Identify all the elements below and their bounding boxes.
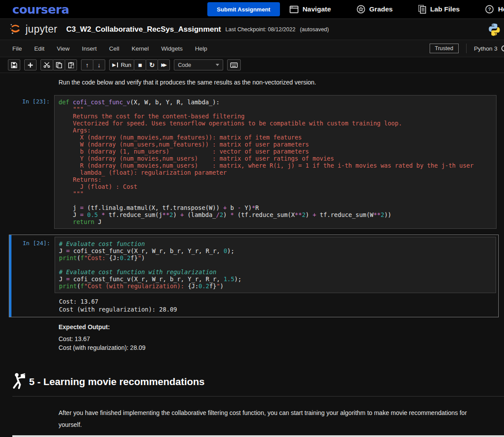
code-line: lambda_ (float): regularization paramete… (59, 169, 492, 176)
cut-cell-icon (44, 62, 50, 68)
notebook-toolbar: ↑ ↓ ▶ Run ■ ↻ ▶▶ Code (0, 57, 504, 73)
keyboard-icon (230, 62, 238, 68)
menu-divider (466, 44, 467, 53)
menu-widgets[interactable]: Widgets (161, 45, 183, 52)
nav-item-lab-files[interactable]: Lab Files (418, 5, 460, 14)
code-line (59, 197, 492, 204)
code-line: b (ndarray (1, num_users) : vector of us… (59, 148, 492, 155)
code-line: # Evaluate cost function (59, 240, 492, 247)
paste-cell-icon (68, 62, 74, 68)
autosave-status: (autosaved) (300, 26, 329, 33)
menu-insert[interactable]: Insert (82, 45, 97, 52)
nav-item-grades[interactable]: Grades (357, 5, 393, 14)
nav-item-navigate[interactable]: Navigate (290, 5, 331, 13)
python-logo-icon (487, 22, 501, 38)
add-cell-button[interactable] (24, 59, 37, 70)
notebook-title[interactable]: C3_W2_Collaborative_RecSys_Assignment (66, 25, 221, 34)
navigate-window-icon (290, 6, 298, 13)
menu-kernel[interactable]: Kernel (132, 45, 149, 52)
help-icon: ? (485, 5, 494, 14)
stop-icon: ■ (138, 61, 142, 69)
cut-cell-button[interactable] (40, 59, 53, 70)
code-line: W (ndarray (num_users,num_features)) : m… (59, 141, 492, 148)
move-cell-down-button[interactable]: ↓ (93, 59, 105, 70)
expected-output-block: Expected Output: Cost: 13.67 Cost (with … (59, 323, 504, 352)
restart-run-all-button[interactable]: ▶▶ (158, 59, 170, 70)
restart-kernel-button[interactable]: ↻ (146, 59, 158, 70)
code-cell-23[interactable]: In [23]: def cofi_cost_func_v(X, W, b, Y… (0, 95, 504, 229)
move-cell-up-button[interactable]: ↑ (81, 59, 93, 70)
run-icon: ▶ (112, 62, 116, 68)
code-line: J (float) : Cost (59, 183, 492, 190)
clapperboard-person-icon (12, 372, 26, 392)
stop-button[interactable]: ■ (134, 59, 146, 70)
notebook-menu-bar: File Edit View Insert Cell Kernel Widget… (0, 40, 504, 57)
code-line: print(f"Cost: {J:0.2f}") (59, 254, 492, 261)
trusted-badge[interactable]: Trusted (430, 44, 459, 53)
code-editor-23[interactable]: def cofi_cost_func_v(X, W, b, Y, R, lamb… (54, 95, 497, 229)
code-line: """ (59, 190, 492, 197)
lab-files-icon (418, 5, 426, 14)
code-line: J = 0.5 * tf.reduce_sum(j**2) + (lambda_… (59, 211, 492, 218)
restart-run-all-icon: ▶▶ (161, 62, 166, 68)
submit-assignment-button[interactable]: Submit Assignment (207, 2, 280, 16)
selected-cell-indicator (9, 235, 11, 317)
code-line: Args: (59, 127, 492, 134)
menu-file[interactable]: File (12, 45, 22, 52)
code-line: print(f"Cost (with regularization): {J:0… (59, 283, 492, 290)
copy-cell-icon (56, 62, 62, 68)
code-line: return J (59, 218, 492, 225)
next-cell-edge (12, 435, 504, 437)
code-line: Vectorized for speed. Uses tensorflow op… (59, 120, 492, 127)
code-line: Y (ndarray (num_movies,num_users) : matr… (59, 155, 492, 162)
restart-kernel-icon: ↻ (149, 61, 155, 69)
coursera-logo[interactable]: coursera (12, 3, 69, 16)
paste-cell-button[interactable] (65, 59, 77, 70)
svg-text:?: ? (488, 7, 491, 12)
move-cell-up-icon: ↑ (86, 62, 89, 69)
code-editor-24[interactable]: # Evaluate cost functionJ = cofi_cost_fu… (55, 237, 496, 293)
nav-label: Help (498, 5, 504, 13)
code-line: """ (59, 106, 492, 113)
kernel-idle-circle-icon (501, 45, 504, 51)
save-icon (11, 62, 17, 68)
coursera-top-bar: coursera Submit Assignment Navigate Grad… (0, 0, 504, 18)
nav-label: Grades (369, 5, 393, 13)
menu-edit[interactable]: Edit (34, 45, 44, 52)
toolbar-group-move: ↑ ↓ (81, 59, 105, 70)
menu-bar-right: Trusted Python 3 (430, 44, 504, 53)
code-line: X (ndarray (num_movies,num_features)): m… (59, 134, 492, 141)
paragraph-line: After you have finished implementing the… (59, 407, 504, 419)
jupyter-wordmark: jupyter (26, 23, 58, 35)
run-button[interactable]: ▶ Run (109, 59, 134, 70)
menu-help[interactable]: Help (195, 45, 207, 52)
nav-label: Navigate (302, 5, 331, 13)
jupyter-logo-icon (9, 22, 22, 37)
save-button[interactable] (8, 59, 20, 70)
notebook-scroll-area[interactable]: Run the code below and verify that it pr… (0, 73, 504, 437)
cell-type-select[interactable]: Code (174, 59, 223, 70)
code-line: R (ndarray (num_movies,num_users) : matr… (59, 162, 492, 169)
cell-type-value: Code (178, 62, 191, 68)
expected-output-line: Cost (with regularization): 28.09 (59, 343, 504, 352)
cell-input-row: In [24]: # Evaluate cost functionJ = cof… (9, 237, 498, 293)
command-palette-button[interactable] (227, 59, 241, 70)
top-nav: Navigate Grades Lab Files ? Help (290, 5, 504, 14)
section-title: 5 - Learning movie recommendations (29, 376, 205, 388)
section-heading-block: 5 - Learning movie recommendations (12, 372, 504, 397)
copy-cell-button[interactable] (53, 59, 65, 70)
markdown-intro-text: Run the code below and verify that it pr… (59, 79, 504, 86)
toolbar-group-keyboard (227, 59, 241, 70)
code-cell-24-selected[interactable]: In [24]: # Evaluate cost functionJ = cof… (9, 235, 499, 317)
toolbar-group-save (8, 59, 20, 70)
nav-label: Lab Files (430, 5, 460, 13)
code-line: Returns: (59, 176, 492, 183)
cell-prompt: In [23]: (0, 95, 54, 105)
jupyter-logo[interactable]: jupyter (9, 22, 58, 37)
code-line: j = (tf.linalg.matmul(X, tf.transpose(W)… (59, 204, 492, 211)
menu-cell[interactable]: Cell (109, 45, 119, 52)
toolbar-group-add (24, 59, 37, 70)
expected-output-line: Cost: 13.67 (59, 334, 504, 343)
nav-item-help[interactable]: ? Help (485, 5, 504, 14)
menu-view[interactable]: View (57, 45, 70, 52)
